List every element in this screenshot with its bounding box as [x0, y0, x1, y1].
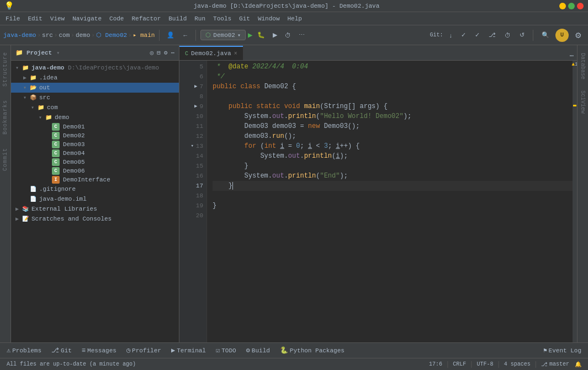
src-arrow: ▾: [21, 94, 29, 101]
tree-item-scratches[interactable]: ▶ 📝 Scratches and Consoles: [11, 214, 179, 224]
tree-item-gitignore[interactable]: 📄 .gitignore: [11, 184, 179, 194]
tab-more-button[interactable]: ⋯: [566, 52, 577, 60]
show-options-icon[interactable]: ⚙: [164, 49, 168, 56]
tree-item-demo05[interactable]: C Demo05: [11, 158, 179, 167]
settings-button[interactable]: ⚙: [572, 29, 585, 41]
bottom-tab-build[interactable]: ⚙ Build: [242, 345, 274, 356]
locate-icon[interactable]: ◎: [150, 49, 154, 56]
line-ending[interactable]: CRLF: [451, 361, 468, 367]
warning-count: 1: [575, 62, 577, 67]
tree-item-demo04[interactable]: C Demo04: [11, 149, 179, 158]
menu-item-git[interactable]: Git: [236, 14, 253, 23]
undo-button[interactable]: ↺: [517, 30, 527, 40]
maximize-button[interactable]: [568, 3, 575, 9]
history-button[interactable]: ⏱: [502, 30, 513, 40]
breadcrumb-com[interactable]: com: [59, 32, 70, 39]
ln-10: 10: [179, 111, 203, 121]
menu-item-build[interactable]: Build: [165, 14, 190, 23]
tree-item-demo06[interactable]: C Demo06: [11, 167, 179, 175]
tree-item-demo[interactable]: ▾ 📁 demo: [11, 112, 179, 122]
bottom-tab-problems[interactable]: ⚠ Problems: [2, 345, 46, 356]
code-line-12: demo03.run();: [213, 131, 573, 141]
collapse-all-icon[interactable]: ⊟: [157, 49, 161, 56]
tree-item-iml[interactable]: 📄 java-demo.iml: [11, 194, 179, 204]
git-update-button[interactable]: ↓: [447, 30, 455, 40]
tree-item-external-libs[interactable]: ▶ 📚 External Libraries: [11, 204, 179, 214]
menu-item-edit[interactable]: Edit: [24, 14, 45, 23]
breadcrumb-main[interactable]: ▸ main: [133, 31, 155, 39]
menu-item-help[interactable]: Help: [284, 14, 305, 23]
indent[interactable]: 4 spaces: [502, 361, 533, 367]
menu-item-tools[interactable]: Tools: [210, 14, 235, 23]
editor: 5 6 ▶ 7 8 ▶ 9: [179, 61, 577, 342]
bottom-tab-messages[interactable]: ≡ Messages: [77, 346, 121, 356]
profile-run-button[interactable]: ⏱: [282, 30, 294, 40]
menu-item-run[interactable]: Run: [191, 14, 209, 23]
git-branch-icon: ⎇: [541, 361, 548, 368]
sidebar-bookmarks[interactable]: Bookmarks: [1, 93, 9, 141]
idea-arrow: ▶: [21, 74, 29, 81]
tree-item-demointerface[interactable]: I DemoInterface: [11, 175, 179, 184]
tree-item-src[interactable]: ▾ 📦 src: [11, 93, 179, 103]
bottom-tab-profiler[interactable]: ◷ Profiler: [122, 345, 166, 356]
ln-9: ▶ 9: [179, 101, 203, 111]
code-line-10: System.out.println("Hello World! Demo02"…: [213, 111, 573, 121]
close-button[interactable]: [577, 3, 584, 9]
tree-item-demo03[interactable]: C Demo03: [11, 140, 179, 149]
more-run-button[interactable]: ⋯: [296, 30, 308, 40]
run-config-selector[interactable]: ⬡ Demo02 ▾: [200, 30, 246, 40]
menu-item-file[interactable]: File: [2, 14, 23, 23]
git-commit-button[interactable]: ✓: [472, 30, 483, 40]
bottom-tab-git[interactable]: ⎇ Git: [47, 345, 76, 356]
tree-item-com[interactable]: ▾ 📁 com: [11, 103, 179, 112]
tree-item-demo01[interactable]: C Demo01: [11, 122, 179, 131]
git-branch[interactable]: ⎇ master: [539, 361, 571, 368]
bottom-tab-todo[interactable]: ☑ TODO: [211, 345, 241, 356]
demo02-icon: C: [52, 132, 60, 140]
tree-item-out[interactable]: ▾ 📂 out: [11, 83, 179, 93]
bottom-tab-terminal[interactable]: ▶ Terminal: [167, 345, 210, 356]
ln-20: 20: [179, 211, 203, 221]
git-push-button[interactable]: ✓: [458, 30, 469, 40]
scratches-label: Scratches and Consoles: [31, 216, 112, 222]
breadcrumb-demo02[interactable]: ⬡ Demo02: [96, 31, 127, 39]
run-button[interactable]: ▶: [248, 30, 252, 40]
notifications-icon[interactable]: 🔔: [573, 361, 584, 368]
bottom-tab-python[interactable]: 🐍 Python Packages: [276, 345, 349, 356]
search-button[interactable]: 🔍: [539, 30, 552, 40]
tree-item-demo02[interactable]: C Demo02: [11, 131, 179, 140]
tab-close-button[interactable]: ×: [234, 51, 237, 57]
debug-button[interactable]: 🐛: [255, 30, 268, 40]
breadcrumb-project[interactable]: java-demo: [3, 32, 36, 39]
demo04-label: Demo04: [63, 150, 85, 157]
tree-root[interactable]: ▾ 📁 java-demo D:\IdeaProjects\java-demo: [11, 63, 179, 73]
back-button[interactable]: ←: [179, 30, 191, 40]
user-avatar[interactable]: U: [555, 29, 569, 42]
sidebar-commit[interactable]: Commit: [1, 141, 9, 178]
breadcrumb-demo[interactable]: demo: [76, 32, 90, 39]
tab-demo02[interactable]: C Demo02.java ×: [179, 46, 243, 60]
sidebar-structure[interactable]: Structure: [1, 45, 9, 93]
code-area[interactable]: * @date 2022/4/4 0:04 */ public class De…: [207, 61, 573, 342]
menu-item-code[interactable]: Code: [106, 14, 127, 23]
menu-item-navigate[interactable]: Navigate: [69, 14, 105, 23]
git-branch-button[interactable]: ⎇: [486, 30, 499, 40]
problems-icon: ⚠: [7, 346, 10, 355]
menu-item-window[interactable]: Window: [255, 14, 283, 23]
menu-item-view[interactable]: View: [47, 14, 68, 23]
minimize-button[interactable]: [559, 3, 566, 9]
menu-item-refactor[interactable]: Refactor: [128, 14, 164, 23]
tree-item-idea[interactable]: ▶ 📁 .idea: [11, 73, 179, 83]
breadcrumb-src[interactable]: src: [42, 32, 53, 39]
profile-button[interactable]: 👤: [164, 30, 177, 40]
status-bar: All files are up-to-date (a minute ago) …: [0, 358, 588, 370]
database-panel-label[interactable]: Database: [579, 47, 587, 85]
coverage-button[interactable]: ▶: [270, 30, 280, 40]
scratches-icon: 📝: [21, 215, 30, 223]
sciview-panel-label[interactable]: SciView: [579, 85, 587, 119]
cursor-position[interactable]: 17:6: [427, 361, 444, 367]
bottom-tab-eventlog[interactable]: ⚑ Event Log: [539, 346, 586, 355]
project-more-icon[interactable]: ⋯: [171, 49, 174, 56]
title-bar-title: java-demo [D:\IdeaProjects\java-demo] - …: [194, 3, 380, 9]
encoding[interactable]: UTF-8: [475, 361, 496, 367]
